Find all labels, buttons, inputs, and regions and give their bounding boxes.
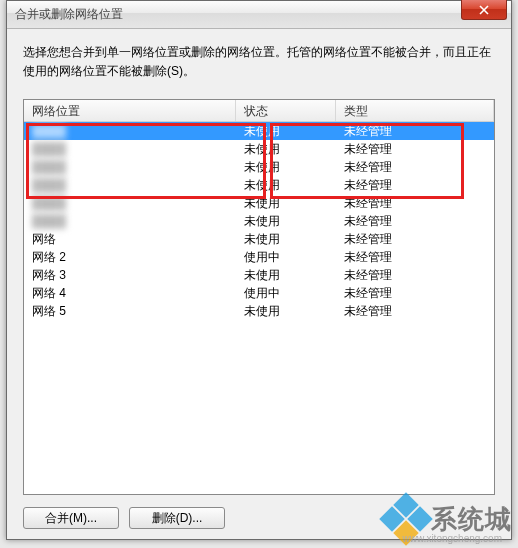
cell-type: 未经管理 [336, 176, 494, 194]
dialog-window: 合并或删除网络位置 选择您想合并到单一网络位置或删除的网络位置。托管的网络位置不… [6, 0, 512, 540]
cell-type: 未经管理 [336, 302, 494, 320]
cell-type: 未经管理 [336, 212, 494, 230]
dialog-content: 选择您想合并到单一网络位置或删除的网络位置。托管的网络位置不能被合并，而且正在使… [7, 29, 511, 539]
column-header-name[interactable]: 网络位置 [24, 100, 236, 121]
titlebar: 合并或删除网络位置 [7, 1, 511, 29]
cell-type: 未经管理 [336, 248, 494, 266]
merge-button[interactable]: 合并(M)... [23, 507, 119, 529]
cell-type: 未经管理 [336, 230, 494, 248]
cell-type: 未经管理 [336, 266, 494, 284]
cell-name: ████ [24, 122, 236, 140]
cell-status: 未使用 [236, 176, 336, 194]
cell-status: 未使用 [236, 302, 336, 320]
cell-name: ████ [24, 158, 236, 176]
cell-name: ████ [24, 212, 236, 230]
cell-name: ████ [24, 194, 236, 212]
column-header-status[interactable]: 状态 [236, 100, 336, 121]
table-row[interactable]: ████未使用未经管理 [24, 212, 494, 230]
table-row[interactable]: 网络 3未使用未经管理 [24, 266, 494, 284]
description-text: 选择您想合并到单一网络位置或删除的网络位置。托管的网络位置不能被合并，而且正在使… [23, 43, 495, 81]
cell-name: 网络 4 [24, 284, 236, 302]
cell-name: 网络 3 [24, 266, 236, 284]
close-button[interactable] [461, 0, 507, 20]
cell-type: 未经管理 [336, 158, 494, 176]
cell-status: 未使用 [236, 158, 336, 176]
cell-status: 未使用 [236, 140, 336, 158]
table-row[interactable]: 网络未使用未经管理 [24, 230, 494, 248]
table-row[interactable]: 网络 5未使用未经管理 [24, 302, 494, 320]
cell-name: ████ [24, 176, 236, 194]
column-header-type[interactable]: 类型 [336, 100, 494, 121]
table-row[interactable]: ████未使用未经管理 [24, 140, 494, 158]
cell-status: 未使用 [236, 194, 336, 212]
window-title: 合并或删除网络位置 [15, 6, 123, 23]
table-row[interactable]: 网络 2使用中未经管理 [24, 248, 494, 266]
button-bar: 合并(M)... 删除(D)... [23, 507, 495, 529]
cell-status: 使用中 [236, 284, 336, 302]
delete-button[interactable]: 删除(D)... [129, 507, 225, 529]
cell-name: ████ [24, 140, 236, 158]
close-icon [479, 5, 489, 15]
network-list[interactable]: 网络位置 状态 类型 ████未使用未经管理████未使用未经管理████未使用… [23, 99, 495, 495]
cell-name: 网络 [24, 230, 236, 248]
table-row[interactable]: ████未使用未经管理 [24, 158, 494, 176]
cell-name: 网络 2 [24, 248, 236, 266]
cell-status: 未使用 [236, 122, 336, 140]
cell-type: 未经管理 [336, 194, 494, 212]
cell-status: 未使用 [236, 212, 336, 230]
table-row[interactable]: ████未使用未经管理 [24, 194, 494, 212]
list-rows: ████未使用未经管理████未使用未经管理████未使用未经管理████未使用… [24, 122, 494, 320]
table-row[interactable]: 网络 4使用中未经管理 [24, 284, 494, 302]
cell-status: 未使用 [236, 230, 336, 248]
table-row[interactable]: ████未使用未经管理 [24, 122, 494, 140]
list-header: 网络位置 状态 类型 [24, 100, 494, 122]
cell-type: 未经管理 [336, 284, 494, 302]
cell-type: 未经管理 [336, 122, 494, 140]
cell-status: 使用中 [236, 248, 336, 266]
table-row[interactable]: ████未使用未经管理 [24, 176, 494, 194]
cell-type: 未经管理 [336, 140, 494, 158]
cell-name: 网络 5 [24, 302, 236, 320]
cell-status: 未使用 [236, 266, 336, 284]
